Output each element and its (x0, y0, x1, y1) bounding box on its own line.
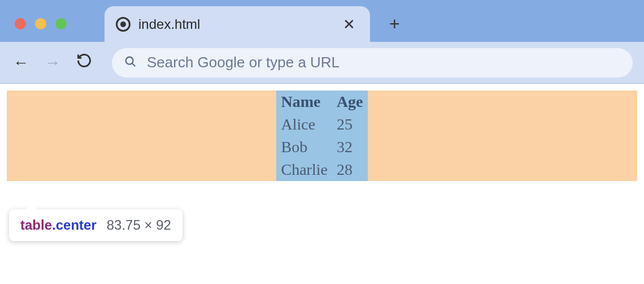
globe-icon (116, 17, 130, 32)
cell-age: 32 (332, 136, 368, 158)
reload-button[interactable] (75, 53, 94, 72)
column-header-name: Name (276, 91, 332, 113)
data-table: Name Age Alice 25 Bob 32 Charlie 28 (276, 91, 367, 181)
tooltip-selector: table.center (20, 217, 97, 233)
tooltip-tagname: table (20, 217, 52, 233)
table-row: Alice 25 (276, 113, 367, 136)
browser-tab[interactable]: index.html ✕ (105, 6, 370, 42)
cell-name: Bob (276, 136, 332, 158)
table-header-row: Name Age (276, 91, 367, 113)
table-row: Charlie 28 (276, 158, 367, 181)
tooltip-dimensions: 83.75 × 92 (107, 217, 171, 233)
close-icon[interactable]: ✕ (338, 14, 360, 36)
new-tab-button[interactable]: + (381, 6, 408, 42)
cell-age: 28 (332, 158, 368, 181)
table-row: Bob 32 (276, 136, 367, 158)
window-minimize-button[interactable] (35, 18, 46, 29)
cell-name: Alice (276, 113, 332, 136)
tooltip-classname: .center (52, 217, 97, 233)
svg-point-0 (126, 57, 133, 64)
cell-age: 25 (332, 113, 368, 136)
search-icon (124, 55, 137, 70)
inspected-container-highlight: Name Age Alice 25 Bob 32 Charlie 28 (7, 91, 637, 181)
browser-tab-strip: index.html ✕ + (0, 0, 644, 42)
column-header-age: Age (332, 91, 368, 113)
back-button[interactable]: ← (11, 54, 31, 72)
page-content: Name Age Alice 25 Bob 32 Charlie 28 (0, 84, 644, 181)
cell-name: Charlie (276, 158, 332, 181)
window-maximize-button[interactable] (55, 18, 67, 29)
address-bar[interactable] (112, 48, 633, 78)
devtools-element-tooltip: table.center 83.75 × 92 (9, 209, 182, 241)
window-close-button[interactable] (15, 18, 26, 29)
url-input[interactable] (147, 54, 620, 71)
svg-line-1 (132, 63, 136, 66)
forward-button[interactable]: → (43, 54, 62, 72)
browser-toolbar: ← → (0, 42, 644, 84)
tab-title: index.html (138, 16, 330, 32)
reload-icon (76, 53, 92, 68)
window-controls (15, 18, 67, 29)
